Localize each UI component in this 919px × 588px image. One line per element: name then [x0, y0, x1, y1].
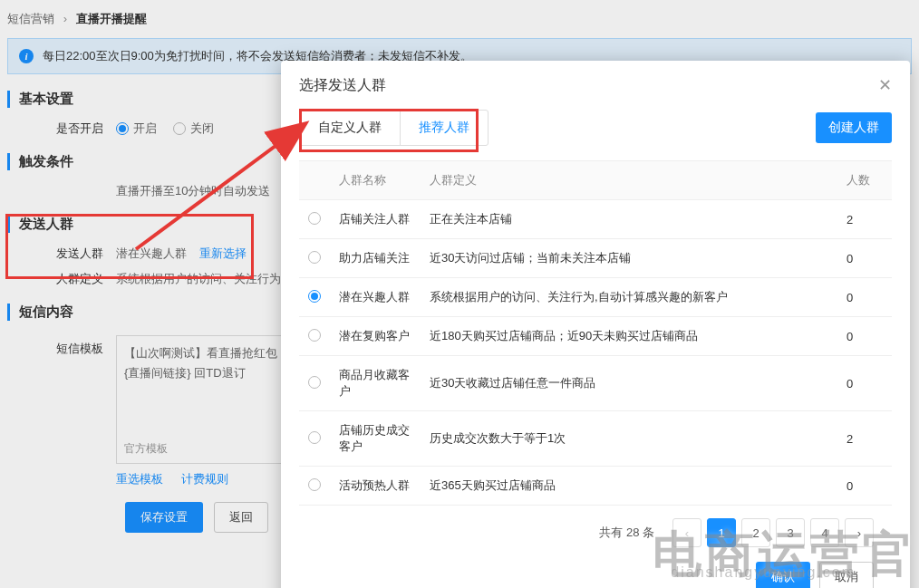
row-radio[interactable] [308, 329, 321, 342]
row-count: 0 [837, 356, 892, 411]
col-count: 人数 [837, 161, 892, 200]
pager-page-1[interactable]: 1 [707, 518, 736, 547]
row-name: 活动预热人群 [330, 467, 421, 506]
row-radio[interactable] [308, 478, 321, 491]
row-radio[interactable] [308, 431, 321, 444]
tab-custom-audience[interactable]: 自定义人群 [300, 111, 400, 145]
modal-cancel-button[interactable]: 取消 [819, 562, 874, 588]
row-radio[interactable] [308, 376, 321, 389]
row-count: 2 [837, 411, 892, 467]
row-def: 近365天购买过店铺商品 [421, 467, 837, 506]
row-def: 近30天访问过店铺；当前未关注本店铺 [421, 239, 837, 278]
row-name: 潜在兴趣人群 [330, 278, 421, 317]
close-icon[interactable]: ✕ [878, 75, 892, 95]
table-row[interactable]: 商品月收藏客户近30天收藏过店铺任意一件商品0 [299, 356, 892, 411]
row-radio[interactable] [308, 251, 321, 264]
table-row[interactable]: 助力店铺关注近30天访问过店铺；当前未关注本店铺0 [299, 239, 892, 278]
row-count: 0 [837, 239, 892, 278]
select-audience-modal: 选择发送人群 ✕ 自定义人群 推荐人群 创建人群 人群名称 人群定义 人数 店铺… [281, 61, 910, 588]
audience-table: 人群名称 人群定义 人数 店铺关注人群正在关注本店铺2助力店铺关注近30天访问过… [299, 160, 892, 506]
page-info: 共有 28 条 [599, 525, 654, 541]
row-name: 商品月收藏客户 [330, 356, 421, 411]
pager-page-4[interactable]: 4 [810, 518, 839, 547]
col-def: 人群定义 [421, 161, 837, 200]
audience-tabs: 自定义人群 推荐人群 [299, 110, 489, 146]
row-def: 近30天收藏过店铺任意一件商品 [421, 356, 837, 411]
table-row[interactable]: 店铺历史成交客户历史成交次数大于等于1次2 [299, 411, 892, 467]
modal-title: 选择发送人群 [299, 76, 386, 95]
row-name: 助力店铺关注 [330, 239, 421, 278]
row-def: 系统根据用户的访问、关注行为,自动计算感兴趣的新客户 [421, 278, 837, 317]
table-row[interactable]: 潜在复购客户近180天购买过店铺商品；近90天未购买过店铺商品0 [299, 317, 892, 356]
pager-page-2[interactable]: 2 [741, 518, 770, 547]
table-row[interactable]: 店铺关注人群正在关注本店铺2 [299, 200, 892, 239]
row-count: 0 [837, 278, 892, 317]
row-count: 0 [837, 317, 892, 356]
row-def: 历史成交次数大于等于1次 [421, 411, 837, 467]
modal-ok-button[interactable]: 确认 [756, 562, 810, 588]
pager-page-3[interactable]: 3 [776, 518, 805, 547]
table-row[interactable]: 活动预热人群近365天购买过店铺商品0 [299, 467, 892, 506]
create-audience-button[interactable]: 创建人群 [816, 112, 892, 143]
pager: ‹ 1234 › [672, 518, 874, 547]
tab-recommend-audience[interactable]: 推荐人群 [400, 111, 488, 145]
row-name: 店铺历史成交客户 [330, 411, 421, 467]
row-count: 0 [837, 467, 892, 506]
pager-next[interactable]: › [845, 518, 874, 547]
row-radio[interactable] [308, 212, 321, 225]
row-radio[interactable] [308, 290, 321, 303]
pager-prev[interactable]: ‹ [672, 518, 701, 547]
row-def: 正在关注本店铺 [421, 200, 837, 239]
row-def: 近180天购买过店铺商品；近90天未购买过店铺商品 [421, 317, 837, 356]
col-name: 人群名称 [330, 161, 421, 200]
table-row[interactable]: 潜在兴趣人群系统根据用户的访问、关注行为,自动计算感兴趣的新客户0 [299, 278, 892, 317]
row-name: 潜在复购客户 [330, 317, 421, 356]
row-count: 2 [837, 200, 892, 239]
row-name: 店铺关注人群 [330, 200, 421, 239]
